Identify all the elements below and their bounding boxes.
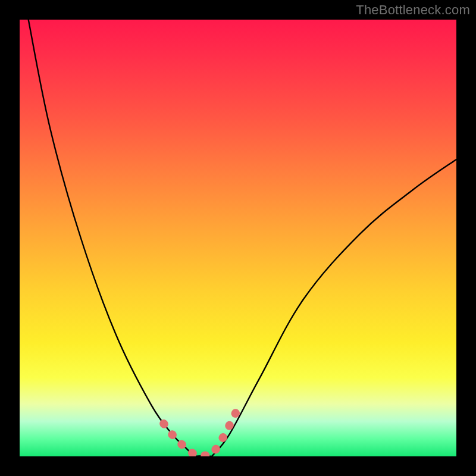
highlight-path [164, 413, 236, 456]
plot-area [20, 20, 456, 456]
highlight-group [164, 413, 236, 456]
watermark-text: TheBottleneck.com [356, 2, 470, 18]
black-curve-group [29, 20, 456, 456]
chart-frame: TheBottleneck.com [0, 0, 476, 476]
curve-path [29, 20, 456, 456]
curve-layer [20, 20, 456, 456]
